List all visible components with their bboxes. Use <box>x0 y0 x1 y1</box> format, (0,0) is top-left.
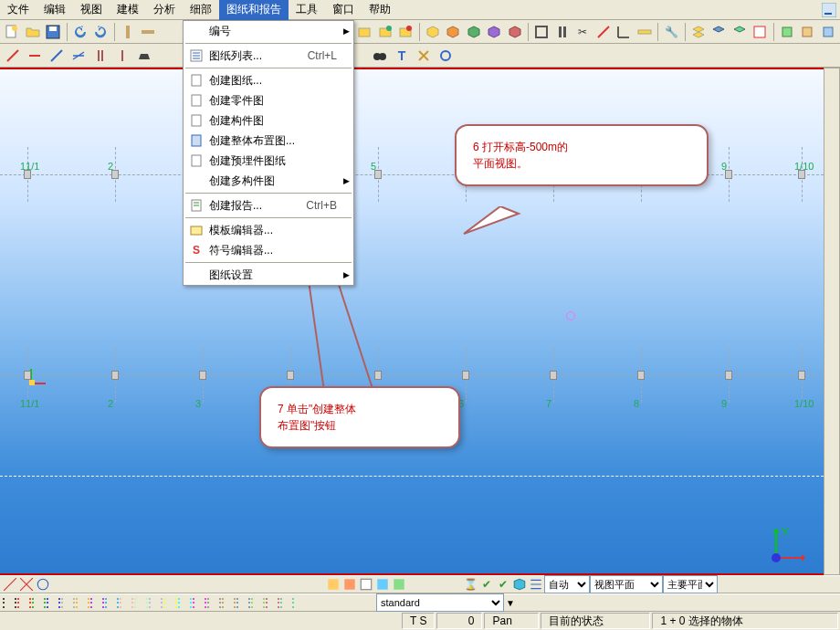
grid-handle[interactable] <box>24 170 31 179</box>
open-icon[interactable] <box>24 22 43 42</box>
tool-c-icon[interactable] <box>414 46 434 66</box>
menu-item-图纸设置[interactable]: 图纸设置▶ <box>184 265 353 285</box>
snap-c-icon[interactable] <box>36 577 50 592</box>
menu-item-模板编辑器[interactable]: 模板编辑器... <box>184 220 353 240</box>
minimize-icon[interactable] <box>819 0 839 20</box>
menu-edit[interactable]: 编辑 <box>37 0 73 20</box>
grid-handle[interactable] <box>199 371 206 380</box>
menu-item-创建预埋件图纸[interactable]: 创建预埋件图纸 <box>184 151 353 171</box>
list-icon <box>187 48 205 63</box>
svg-point-37 <box>772 553 781 562</box>
layers4-icon[interactable] <box>751 22 770 42</box>
layers3-icon[interactable] <box>730 22 749 42</box>
box2-icon[interactable] <box>444 22 463 42</box>
tool-d-icon[interactable] <box>436 46 456 66</box>
menu-item-图纸列表[interactable]: 图纸列表...Ctrl+L <box>184 46 353 66</box>
measure-icon[interactable] <box>594 22 614 42</box>
vertical-scrollbar[interactable] <box>824 68 840 575</box>
filter-1-icon[interactable] <box>326 577 341 592</box>
pin2-icon[interactable] <box>112 46 132 66</box>
color-swatch[interactable]: ⋮⋮ <box>280 596 293 609</box>
menu-window[interactable]: 窗口 <box>325 0 362 20</box>
grid-handle[interactable] <box>550 371 557 380</box>
aux3-icon[interactable] <box>818 22 837 42</box>
column-icon[interactable] <box>552 22 572 42</box>
grid-handle[interactable] <box>637 371 645 380</box>
standard-combo[interactable]: standard <box>376 593 504 612</box>
grid-handle[interactable] <box>287 371 294 380</box>
menu-tools[interactable]: 工具 <box>289 0 325 20</box>
angle-icon[interactable] <box>614 22 634 42</box>
snap-a-icon[interactable] <box>3 577 17 592</box>
grid-handle[interactable] <box>798 170 805 179</box>
menu-item-编号[interactable]: 编号▶ <box>184 21 353 41</box>
layer-g-icon[interactable] <box>355 22 374 42</box>
grid-handle[interactable] <box>24 371 31 380</box>
line-red2-icon[interactable] <box>25 46 45 66</box>
check-icon[interactable]: ✔ <box>479 577 494 592</box>
grid-handle[interactable] <box>374 170 382 179</box>
box3-icon[interactable] <box>464 22 483 42</box>
box1-icon[interactable] <box>423 22 442 42</box>
menu-file[interactable]: 文件 <box>0 0 37 20</box>
hourglass-icon[interactable]: ⌛ <box>463 577 478 592</box>
grid-handle[interactable] <box>725 371 732 380</box>
layer-g2-icon[interactable] <box>375 22 394 42</box>
aux1-icon[interactable] <box>777 22 796 42</box>
view-plane-combo[interactable]: 视图平面 <box>590 575 663 593</box>
filter-4-icon[interactable] <box>375 577 390 592</box>
auto-combo[interactable]: 自动 <box>544 575 590 593</box>
menu-model[interactable]: 建模 <box>110 0 146 20</box>
grid-handle[interactable] <box>111 170 119 179</box>
check2-icon[interactable]: ✔ <box>496 577 510 592</box>
line-blue-icon[interactable] <box>47 46 67 66</box>
grid-handle[interactable] <box>374 371 382 380</box>
grid-handle[interactable] <box>725 170 732 179</box>
svg-rect-21 <box>98 50 100 61</box>
lines-icon[interactable] <box>529 577 543 592</box>
frame-icon[interactable] <box>532 22 551 42</box>
filter-5-icon[interactable] <box>392 577 406 592</box>
t-blue-icon[interactable]: T <box>392 46 412 66</box>
layer-r-icon[interactable] <box>396 22 415 42</box>
redo-icon[interactable] <box>91 22 110 42</box>
menu-item-创建报告[interactable]: 创建报告...Ctrl+B <box>184 195 353 215</box>
main-plane-combo[interactable]: 主要平面 <box>663 575 718 593</box>
menu-drawings[interactable]: 图纸和报告 <box>219 0 289 20</box>
menu-view[interactable]: 视图 <box>73 0 110 20</box>
new-icon[interactable] <box>3 22 22 42</box>
pin-icon[interactable] <box>90 46 110 66</box>
box4-icon[interactable] <box>485 22 504 42</box>
line-red-icon[interactable] <box>3 46 23 66</box>
grid-handle[interactable] <box>798 371 805 380</box>
undo-icon[interactable] <box>70 22 89 42</box>
box5-icon[interactable] <box>506 22 525 42</box>
menu-item-创建构件图[interactable]: 创建构件图 <box>184 110 353 131</box>
layers1-icon[interactable] <box>688 22 708 42</box>
menu-item-创建图纸[interactable]: 创建图纸... <box>184 70 353 90</box>
cube-icon[interactable] <box>512 577 527 592</box>
save-icon[interactable] <box>44 22 63 42</box>
wrench-icon[interactable]: 🔧 <box>662 22 681 42</box>
menu-help[interactable]: 帮助 <box>362 0 398 20</box>
filter-3-icon[interactable] <box>359 577 373 592</box>
menu-item-创建整体布置图[interactable]: 创建整体布置图... <box>184 131 353 151</box>
tool-b-icon[interactable] <box>139 22 158 42</box>
snap-b-icon[interactable] <box>19 577 34 592</box>
grid-handle[interactable] <box>462 371 469 380</box>
binoculars-icon[interactable] <box>370 46 390 66</box>
aux2-icon[interactable] <box>798 22 817 42</box>
ruler-icon[interactable] <box>635 22 655 42</box>
tool-a-icon[interactable] <box>118 22 137 42</box>
menu-item-符号编辑器[interactable]: S符号编辑器... <box>184 240 353 260</box>
scissor-icon[interactable]: ✂ <box>573 22 593 42</box>
menu-item-创建多构件图[interactable]: 创建多构件图▶ <box>184 171 353 191</box>
grid-handle[interactable] <box>111 371 119 380</box>
filter-2-icon[interactable] <box>342 577 357 592</box>
menu-analyze[interactable]: 分析 <box>146 0 183 20</box>
hat-icon[interactable] <box>134 46 154 66</box>
menu-detail[interactable]: 细部 <box>183 0 219 20</box>
line-blue2-icon[interactable] <box>68 46 89 66</box>
layers2-icon[interactable] <box>709 22 729 42</box>
menu-item-创建零件图[interactable]: 创建零件图 <box>184 90 353 110</box>
